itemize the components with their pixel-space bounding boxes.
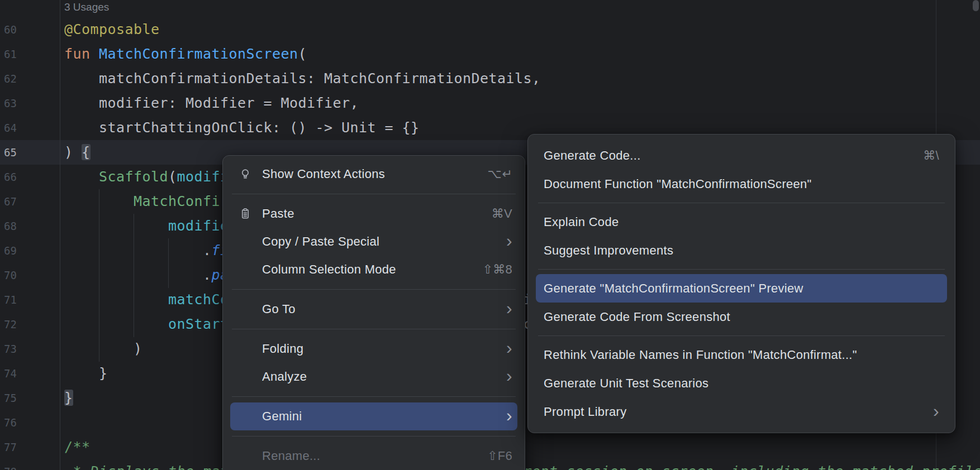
editor-context-menu: Show Context Actions⌥↵Paste⌘VCopy / Past…	[222, 155, 525, 470]
menu-item-label: Paste	[262, 207, 481, 221]
menu-item-column-selection-mode[interactable]: Column Selection Mode⇧⌘8	[223, 256, 525, 284]
code-text: }	[64, 361, 108, 386]
code-text: )	[64, 337, 142, 361]
line-number: 70	[0, 263, 17, 287]
menu-item-generate-code[interactable]: Generate Code...⌘\	[528, 141, 955, 170]
code-text: ) {	[64, 140, 91, 165]
menu-item-label: Copy / Paste Special	[262, 234, 495, 249]
usages-hint[interactable]: 3 Usages	[64, 0, 109, 15]
menu-item-label: Suggest Improvements	[544, 243, 939, 258]
menu-item-document-function-matchconfirmationscreen[interactable]: Document Function "MatchConfirmationScre…	[528, 170, 955, 198]
submenu-arrow-icon: ›	[506, 232, 512, 250]
ide-window: 3 Usages 60@Composable61fun MatchConfirm…	[0, 0, 980, 470]
code-text: fun MatchConfirmationScreen(	[64, 42, 307, 66]
menu-item-label: Show Context Actions	[262, 167, 477, 181]
menu-item-label: Rename...	[262, 449, 476, 463]
menu-item-rename[interactable]: Rename...⇧F6	[223, 442, 525, 470]
menu-item-label: Explain Code	[544, 215, 939, 229]
line-number: 76	[0, 410, 17, 435]
code-line-62: 62 matchConfirmationDetails: MatchConfir…	[0, 66, 980, 91]
menu-item-analyze[interactable]: Analyze›	[223, 363, 525, 391]
code-text: /**	[64, 435, 91, 459]
code-text: matchConfirmationDetails: MatchConfirmat…	[64, 66, 541, 91]
menu-item-label: Folding	[262, 342, 495, 356]
code-line-63: 63 modifier: Modifier = Modifier,	[0, 91, 980, 116]
menu-item-copy-paste-special[interactable]: Copy / Paste Special›	[223, 228, 525, 256]
code-line-60: 60@Composable	[0, 17, 980, 42]
menu-item-label: Go To	[262, 302, 495, 316]
menu-item-label: Column Selection Mode	[262, 262, 471, 277]
line-number: 69	[0, 238, 17, 263]
code-text: modifier: Modifier = Modifier,	[64, 91, 359, 116]
shortcut-hint: ⇧⌘8	[482, 262, 512, 277]
shortcut-hint: ⇧F6	[487, 449, 512, 463]
submenu-arrow-icon: ›	[506, 406, 512, 424]
menu-item-label: Generate "MatchConfirmationScreen" Previ…	[544, 281, 939, 296]
menu-item-label: Rethink Variable Names in Function "Matc…	[544, 348, 939, 362]
menu-separator	[232, 436, 516, 437]
line-number: 71	[0, 287, 17, 312]
menu-item-label: Generate Unit Test Scenarios	[544, 376, 939, 391]
menu-item-generate-matchconfirmationscreen-preview[interactable]: Generate "MatchConfirmationScreen" Previ…	[536, 274, 947, 303]
code-text: @Composable	[64, 17, 160, 42]
menu-item-label: Analyze	[262, 370, 495, 384]
line-number: 78	[0, 459, 17, 470]
line-number: 72	[0, 312, 17, 337]
submenu-arrow-icon: ›	[933, 402, 939, 420]
menu-separator	[232, 194, 516, 194]
line-number: 73	[0, 337, 17, 361]
line-number: 60	[0, 17, 17, 42]
submenu-arrow-icon: ›	[506, 299, 512, 317]
line-number: 77	[0, 435, 17, 459]
line-number: 62	[0, 66, 17, 91]
menu-separator	[538, 269, 945, 270]
line-number: 68	[0, 214, 17, 238]
menu-separator	[538, 203, 945, 203]
clipboard-icon	[239, 207, 252, 220]
menu-item-rethink-variable-names-in-function-matchconfirmat[interactable]: Rethink Variable Names in Function "Matc…	[528, 340, 955, 369]
code-text: startChattingOnClick: () -> Unit = {}	[64, 116, 420, 140]
code-line-61: 61fun MatchConfirmationScreen(	[0, 42, 980, 66]
menu-item-generate-unit-test-scenarios[interactable]: Generate Unit Test Scenarios	[528, 369, 955, 397]
menu-item-label: Gemini	[262, 409, 495, 424]
menu-item-prompt-library[interactable]: Prompt Library›	[528, 397, 955, 426]
menu-item-label: Generate Code...	[544, 148, 912, 163]
menu-separator	[232, 396, 516, 397]
line-number: 66	[0, 165, 17, 189]
menu-item-gemini[interactable]: Gemini›	[230, 402, 517, 430]
line-number: 63	[0, 91, 17, 116]
shortcut-hint: ⌘\	[923, 148, 939, 163]
line-number: 65	[0, 140, 17, 165]
lightbulb-icon	[239, 167, 252, 181]
menu-separator	[232, 289, 516, 290]
menu-item-explain-code[interactable]: Explain Code	[528, 208, 955, 236]
submenu-arrow-icon: ›	[506, 339, 512, 357]
line-number: 64	[0, 116, 17, 140]
line-number: 67	[0, 189, 17, 214]
menu-item-generate-code-from-screenshot[interactable]: Generate Code From Screenshot	[528, 303, 955, 331]
menu-item-suggest-improvements[interactable]: Suggest Improvements	[528, 236, 955, 265]
menu-separator	[538, 335, 945, 336]
shortcut-hint: ⌥↵	[488, 167, 512, 181]
submenu-arrow-icon: ›	[506, 367, 512, 385]
menu-item-paste[interactable]: Paste⌘V	[223, 200, 525, 228]
line-number: 75	[0, 386, 17, 410]
menu-item-label: Prompt Library	[544, 405, 922, 419]
menu-item-folding[interactable]: Folding›	[223, 335, 525, 363]
code-text: }	[64, 386, 73, 410]
shortcut-hint: ⌘V	[492, 207, 512, 221]
menu-item-go-to[interactable]: Go To›	[223, 295, 525, 323]
line-number: 74	[0, 361, 17, 386]
line-number: 61	[0, 42, 17, 66]
menu-separator	[232, 329, 516, 329]
menu-item-label: Document Function "MatchConfirmationScre…	[544, 177, 939, 191]
menu-item-show-context-actions[interactable]: Show Context Actions⌥↵	[223, 160, 525, 188]
menu-item-label: Generate Code From Screenshot	[544, 310, 939, 324]
gemini-submenu: Generate Code...⌘\Document Function "Mat…	[527, 134, 955, 433]
scrollbar-thumb[interactable]	[973, 0, 979, 11]
